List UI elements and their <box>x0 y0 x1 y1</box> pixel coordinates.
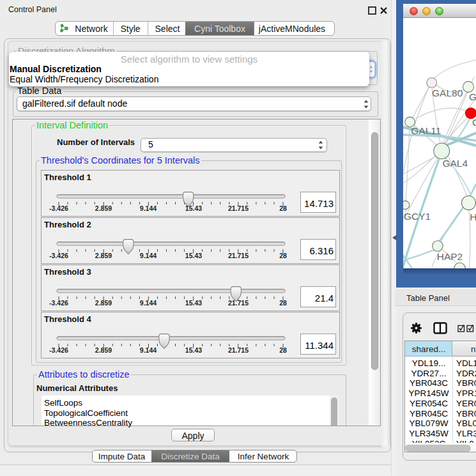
svg-text:C: C <box>472 117 476 128</box>
svg-text:HAP2: HAP2 <box>437 251 463 262</box>
svg-text:GAL80: GAL80 <box>432 88 463 98</box>
svg-text:G.: G. <box>469 91 476 102</box>
svg-text:H: H <box>470 211 476 222</box>
svg-text:GAL11: GAL11 <box>411 125 441 136</box>
svg-text:GAL4: GAL4 <box>442 158 468 169</box>
svg-text:GCY1: GCY1 <box>404 211 431 222</box>
